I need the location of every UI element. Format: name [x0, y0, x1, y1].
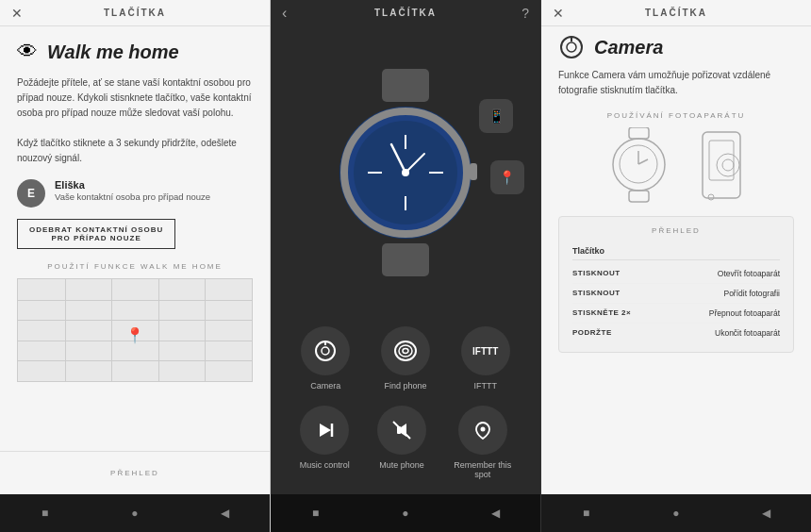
middle-bottom-nav: ■ ● ◀: [271, 494, 540, 532]
svg-point-18: [403, 349, 408, 354]
feature-description: Požádejte přítele, ať se stane vaší kont…: [17, 75, 253, 166]
right-close-button[interactable]: ✕: [553, 6, 564, 21]
left-panel-title: TLAČÍTKA: [104, 8, 166, 18]
left-panel: ✕ TLAČÍTKA 👁 Walk me home Požádejte přít…: [0, 0, 271, 532]
mute-phone-action[interactable]: Mute phone: [377, 406, 426, 479]
middle-help-button[interactable]: ?: [521, 6, 529, 21]
nav-circle-icon[interactable]: ●: [127, 506, 142, 521]
watch-display-area: 📱 📍: [271, 25, 540, 319]
actions-row-2: Music control Mute phone Remember thissp…: [271, 398, 540, 487]
camera-section-label: POUŽÍVÁNÍ FOTOAPARÁTU: [558, 111, 794, 120]
svg-line-22: [393, 422, 410, 439]
svg-line-31: [638, 159, 648, 164]
feature-header: 👁 Walk me home: [17, 40, 253, 64]
music-control-action[interactable]: Music control: [300, 406, 350, 479]
left-content: 👁 Walk me home Požádejte přítele, ať se …: [0, 26, 270, 451]
middle-nav-circle-icon[interactable]: ●: [398, 506, 413, 521]
remember-spot-circle-icon: [458, 406, 507, 455]
find-phone-circle-icon: [381, 326, 430, 375]
svg-point-25: [567, 42, 576, 52]
left-bottom-nav: ■ ● ◀: [0, 494, 270, 532]
middle-panel: ‹ TLAČÍTKA ? 📱 📍: [271, 0, 541, 532]
right-content: Camera Funkce Camera vám umožňuje pořizo…: [541, 26, 811, 494]
right-top-bar: ✕ TLAČÍTKA: [541, 0, 811, 26]
contact-name: Eliška: [55, 179, 253, 191]
left-overview-label: PŘEHLED: [17, 461, 253, 485]
actions-row-1: Camera Find phone IFTTT IFTTT: [271, 319, 540, 398]
table-action-1: STISKNOUT: [572, 269, 621, 278]
svg-rect-32: [629, 191, 649, 202]
ifttt-text: IFTTT: [472, 346, 498, 357]
middle-panel-title: TLAČÍTKA: [374, 8, 437, 18]
camera-feature-title: Camera: [594, 37, 663, 58]
floating-phone-icon: 📱: [479, 99, 513, 133]
svg-point-35: [717, 154, 739, 176]
music-control-label: Music control: [300, 460, 350, 470]
map-area: 📍: [17, 278, 253, 382]
right-overview-label: PŘEHLED: [572, 226, 780, 235]
mute-circle-icon: [377, 406, 426, 455]
nav-triangle-icon[interactable]: ◀: [217, 506, 232, 521]
find-phone-action[interactable]: Find phone: [381, 326, 430, 391]
remember-spot-label: Remember thisspot: [454, 460, 511, 479]
left-overview-section: PŘEHLED: [0, 451, 270, 494]
mute-phone-label: Mute phone: [379, 460, 424, 470]
middle-top-bar: ‹ TLAČÍTKA ?: [271, 0, 540, 25]
contact-info: Eliška Vaše kontaktní osoba pro případ n…: [55, 179, 253, 203]
contact-row: E Eliška Vaše kontaktní osoba pro případ…: [17, 179, 253, 208]
contact-role: Vaše kontaktní osoba pro případ nouze: [55, 191, 253, 203]
camera-feature-description: Funkce Camera vám umožňuje pořizovat vzd…: [558, 68, 794, 98]
left-close-button[interactable]: ✕: [11, 6, 23, 21]
find-phone-label: Find phone: [384, 381, 426, 391]
camera-feature-icon: [558, 36, 585, 58]
table-row: STISKNĚTE 2× Přepnout fotoaparát: [572, 304, 780, 324]
music-circle-icon: [300, 406, 349, 455]
floating-pin-icon: 📍: [490, 160, 524, 194]
svg-point-37: [708, 194, 714, 200]
map-section-label: POUŽITÍ FUNKCE WALK ME HOME: [17, 262, 253, 271]
contact-avatar: E: [17, 179, 45, 208]
table-action-2: STISKNOUT: [572, 289, 621, 298]
svg-marker-19: [320, 424, 331, 437]
right-nav-circle-icon[interactable]: ●: [669, 506, 684, 521]
right-nav-square-icon[interactable]: ■: [579, 506, 594, 521]
right-overview-table: PŘEHLED Tlačítko STISKNOUT Otevřít fotoa…: [558, 216, 794, 353]
phone-sketch-illustration: [698, 127, 745, 203]
svg-rect-0: [382, 69, 429, 102]
table-row: STISKNOUT Pořídit fotografii: [572, 284, 780, 304]
right-panel-title: TLAČÍTKA: [645, 8, 707, 18]
camera-action[interactable]: Camera: [301, 326, 350, 391]
table-result-1: Otevřít fotoaparát: [718, 269, 780, 278]
svg-rect-12: [382, 243, 429, 276]
table-result-4: Ukončit fotoaparát: [715, 328, 780, 338]
svg-rect-33: [703, 132, 740, 198]
camera-feature-header: Camera: [558, 36, 794, 58]
left-top-bar: ✕ TLAČÍTKA: [0, 0, 270, 26]
table-row: PODRŽTE Ukončit fotoaparát: [572, 324, 780, 342]
table-row: STISKNOUT Otevřít fotoaparát: [572, 264, 780, 284]
middle-nav-triangle-icon[interactable]: ◀: [488, 506, 503, 521]
ifttt-circle-icon: IFTTT: [461, 326, 510, 375]
svg-point-10: [402, 169, 409, 176]
map-pin: 📍: [125, 326, 144, 344]
middle-nav-square-icon[interactable]: ■: [308, 506, 323, 521]
camera-circle-icon: [301, 326, 350, 375]
table-result-3: Přepnout fotoaparát: [709, 308, 780, 318]
middle-back-button[interactable]: ‹: [282, 5, 287, 22]
camera-label: Camera: [310, 381, 340, 391]
watch-sketch-illustration: [608, 127, 670, 203]
svg-rect-27: [629, 127, 649, 139]
svg-rect-11: [470, 163, 477, 180]
remove-contact-button[interactable]: ODEBRAT KONTAKTNÍ OSOBUPRO PŘÍPAD NOUZE: [17, 219, 175, 249]
ifttt-action[interactable]: IFTTT IFTTT: [461, 326, 510, 391]
remember-spot-action[interactable]: Remember thisspot: [454, 406, 511, 479]
table-action-3: STISKNĚTE 2×: [572, 308, 631, 318]
svg-point-17: [399, 345, 412, 357]
walk-home-icon: 👁: [17, 40, 38, 64]
right-panel: ✕ TLAČÍTKA Camera Funkce Camera vám umož…: [541, 0, 811, 532]
nav-square-icon[interactable]: ■: [38, 506, 53, 521]
right-nav-triangle-icon[interactable]: ◀: [758, 506, 773, 521]
table-action-4: PODRŽTE: [572, 328, 612, 338]
camera-illustration: [558, 127, 794, 203]
ifttt-label: IFTTT: [473, 381, 497, 391]
